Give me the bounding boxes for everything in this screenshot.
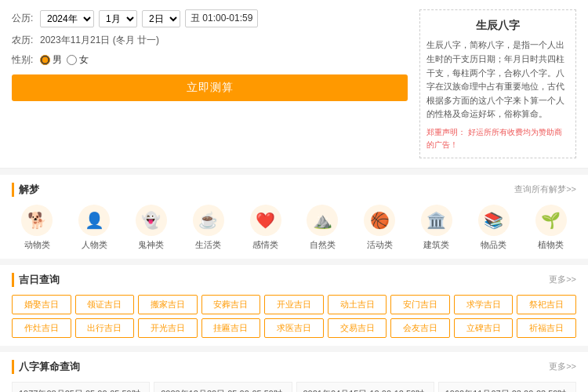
bazi-header: 八字算命查询 更多>> [12, 360, 576, 374]
disclaimer-label: 郑重声明： [426, 128, 466, 136]
bazi-item[interactable]: 2023年12月30日 05:00-05:59时 [154, 382, 292, 392]
auspicious-tag[interactable]: 交易吉日 [328, 318, 387, 338]
dream-item[interactable]: ⛰️ 自然类 [301, 205, 344, 251]
dream-item[interactable]: 🌱 植物类 [529, 205, 572, 251]
submit-button[interactable]: 立即测算 [12, 74, 408, 101]
gender-label: 性别: [12, 53, 35, 67]
auspicious-header: 吉日查询 更多>> [12, 273, 576, 287]
dream-item-label: 动物类 [24, 239, 50, 251]
dream-item-label: 活动类 [367, 239, 393, 251]
dream-item[interactable]: 🏛️ 建筑类 [415, 205, 458, 251]
year-select[interactable]: 2024年 2023年 2022年 [40, 10, 94, 27]
auspicious-more[interactable]: 更多>> [549, 274, 576, 285]
dream-icon: ❤️ [250, 205, 281, 236]
auspicious-tag[interactable]: 祈福吉日 [517, 318, 576, 338]
gender-male-label[interactable]: 男 [40, 53, 62, 67]
bazi-item[interactable]: 1990年11月07日 23:00-23:59时 [438, 382, 576, 392]
auspicious-tag[interactable]: 安葬吉日 [201, 295, 261, 314]
dream-item[interactable]: 👤 人物类 [73, 205, 116, 251]
dream-item[interactable]: 📚 物品类 [472, 205, 515, 251]
bazi-title: 八字算命查询 [12, 360, 80, 374]
dream-icon: ☕ [193, 205, 224, 236]
time-display[interactable]: 丑 01:00-01:59 [185, 9, 258, 27]
dream-header: 解梦 查询所有解梦>> [12, 183, 576, 197]
dream-icon: ⛰️ [307, 205, 338, 236]
dream-item[interactable]: 👻 鬼神类 [129, 205, 172, 251]
bazi-grid: 1977年08月25日 05:00-05:59时2023年12月30日 05:0… [12, 382, 576, 392]
solar-row: 公历: 2024年 2023年 2022年 1月 2月 2日 3日 丑 01:0… [12, 9, 408, 27]
dream-item-label: 生活类 [195, 239, 221, 251]
gender-male-text: 男 [53, 53, 62, 67]
dream-icon: 👤 [78, 205, 110, 236]
auspicious-tag[interactable]: 出行吉日 [75, 318, 135, 338]
dream-item-label: 植物类 [538, 239, 564, 251]
dream-item[interactable]: 🏀 活动类 [358, 205, 401, 251]
dream-item[interactable]: ❤️ 感情类 [244, 205, 287, 251]
disclaimer: 郑重声明： 好运所所有收费均为赞助商的广告！ [426, 126, 569, 151]
dream-icon: 🏀 [364, 205, 395, 236]
solar-label: 公历: [12, 12, 35, 25]
auspicious-tag[interactable]: 挂匾吉日 [201, 318, 261, 338]
lunar-text: 2023年11月21日 (冬月 廿一) [40, 34, 159, 47]
dream-icon: 👻 [136, 205, 167, 236]
auspicious-tag[interactable]: 求学吉日 [454, 295, 514, 314]
info-box: 生辰八字 生辰八字，简称八字，是指一个人出生时的干支历日期；年月日时共四柱干支，… [419, 9, 576, 158]
dream-more[interactable]: 查询所有解梦>> [514, 183, 576, 195]
bazi-section: 八字算命查询 更多>> 1977年08月25日 05:00-05:59时2023… [0, 352, 588, 392]
bazi-item[interactable]: 2021年04月15日 12:00-12:59时 [296, 382, 434, 392]
dream-icon: 📚 [478, 205, 510, 236]
gender-male-radio[interactable] [40, 55, 50, 65]
info-content: 生辰八字，简称八字，是指一个人出生时的干支历日期；年月日时共四柱干支，每柱两个字… [426, 38, 569, 122]
auspicious-tag[interactable]: 祭祀吉日 [517, 295, 576, 314]
tags-grid: 婚娶吉日领证吉日搬家吉日安葬吉日开业吉日动土吉日安门吉日求学吉日祭祀吉日作灶吉日… [12, 295, 576, 338]
gender-female-label[interactable]: 女 [67, 53, 89, 67]
dream-icon: 🐕 [21, 205, 53, 236]
dream-icon: 🏛️ [421, 205, 452, 236]
info-title: 生辰八字 [426, 16, 569, 34]
dream-item-label: 鬼神类 [138, 239, 164, 251]
lunar-label: 农历: [12, 34, 35, 47]
bazi-more[interactable]: 更多>> [549, 361, 576, 372]
auspicious-tag[interactable]: 作灶吉日 [12, 318, 71, 338]
auspicious-tag[interactable]: 领证吉日 [75, 295, 135, 314]
auspicious-tag[interactable]: 立碑吉日 [454, 318, 514, 338]
auspicious-tag[interactable]: 动土吉日 [328, 295, 387, 314]
dream-item[interactable]: ☕ 生活类 [187, 205, 230, 251]
gender-row: 性别: 男 女 [12, 53, 408, 67]
auspicious-title: 吉日查询 [12, 273, 60, 287]
auspicious-tag[interactable]: 开业吉日 [264, 295, 324, 314]
form-area: 公历: 2024年 2023年 2022年 1月 2月 2日 3日 丑 01:0… [12, 9, 408, 158]
bazi-item[interactable]: 1977年08月25日 05:00-05:59时 [12, 382, 150, 392]
dream-section: 解梦 查询所有解梦>> 🐕 动物类 👤 人物类 👻 鬼神类 ☕ 生活类 ❤️ 感… [0, 175, 588, 259]
dream-grid: 🐕 动物类 👤 人物类 👻 鬼神类 ☕ 生活类 ❤️ 感情类 ⛰️ 自然类 🏀 … [12, 205, 576, 251]
dream-title: 解梦 [12, 183, 39, 197]
lunar-row: 农历: 2023年11月21日 (冬月 廿一) [12, 34, 408, 47]
month-select[interactable]: 1月 2月 [99, 10, 137, 27]
dream-item-label: 人物类 [82, 239, 107, 251]
auspicious-tag[interactable]: 婚娶吉日 [12, 295, 71, 314]
top-section: 公历: 2024年 2023年 2022年 1月 2月 2日 3日 丑 01:0… [0, 0, 588, 169]
dream-item[interactable]: 🐕 动物类 [16, 205, 59, 251]
dream-item-label: 建筑类 [423, 239, 449, 251]
auspicious-tag[interactable]: 开光吉日 [138, 318, 198, 338]
dream-icon: 🌱 [535, 205, 567, 236]
dream-item-label: 感情类 [252, 239, 278, 251]
dream-item-label: 自然类 [310, 239, 336, 251]
auspicious-tag[interactable]: 搬家吉日 [138, 295, 198, 314]
dream-item-label: 物品类 [481, 239, 506, 251]
gender-female-text: 女 [79, 53, 89, 67]
gender-female-radio[interactable] [67, 55, 77, 65]
auspicious-section: 吉日查询 更多>> 婚娶吉日领证吉日搬家吉日安葬吉日开业吉日动土吉日安门吉日求学… [0, 265, 588, 346]
auspicious-tag[interactable]: 求医吉日 [264, 318, 324, 338]
day-select[interactable]: 2日 3日 [142, 10, 180, 27]
auspicious-tag[interactable]: 会友吉日 [390, 318, 450, 338]
auspicious-tag[interactable]: 安门吉日 [390, 295, 450, 314]
